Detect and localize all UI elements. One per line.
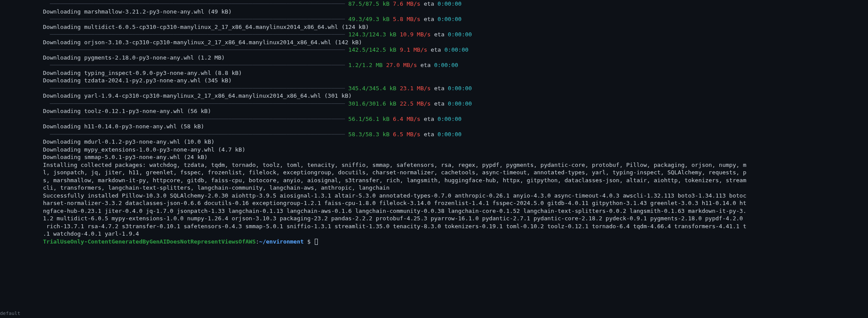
download-line: Downloading toolz-0.12.1-py3-none-any.wh… xyxy=(43,107,868,115)
download-line: Downloading multidict-6.0.5-cp310-cp310-… xyxy=(43,23,868,31)
eta-value: 0:00:00 xyxy=(448,100,472,107)
eta-label: eta xyxy=(420,131,438,138)
download-line: Downloading yarl-1.9.4-cp310-cp310-manyl… xyxy=(43,92,868,100)
shell-prompt[interactable]: TrialUseOnly-ContentGeneratedByGenAIDoes… xyxy=(43,238,868,246)
eta-label: eta xyxy=(427,46,445,53)
footer-label: default xyxy=(0,310,20,318)
eta-value: 0:00:00 xyxy=(438,16,462,22)
eta-label: eta xyxy=(430,85,448,92)
progress-speed: 9.1 MB/s xyxy=(400,46,427,53)
progress-size: 301.6/301.6 kB xyxy=(349,100,397,107)
eta-value: 0:00:00 xyxy=(448,85,472,92)
progress-bar: ────────────────────────────────────────… xyxy=(43,31,868,39)
cursor xyxy=(315,239,318,245)
eta-value: 0:00:00 xyxy=(445,46,469,53)
progress-size: 142.5/142.5 kB xyxy=(349,46,397,53)
success-line: ngface-hub-0.23.1 jiter-0.4.0 jq-1.7.0 j… xyxy=(43,207,868,215)
progress-speed: 27.0 MB/s xyxy=(386,62,417,68)
eta-value: 0:00:00 xyxy=(448,31,472,38)
progress-speed: 5.8 MB/s xyxy=(393,16,420,22)
eta-value: 0:00:00 xyxy=(438,131,462,138)
download-line: Downloading marshmallow-3.21.2-py3-none-… xyxy=(43,8,868,16)
progress-speed: 22.5 MB/s xyxy=(400,100,430,107)
progress-speed: 6.4 MB/s xyxy=(393,116,420,122)
eta-label: eta xyxy=(430,100,448,107)
eta-label: eta xyxy=(420,16,438,22)
progress-bar: ────────────────────────────────────────… xyxy=(43,100,868,108)
installing-line: cli, transformers, langchain-text-splitt… xyxy=(43,184,868,192)
success-line: rich-13.7.1 rsa-4.7.2 s3transfer-0.10.1 … xyxy=(43,223,868,230)
success-line: 1.2 multidict-6.0.5 mypy-extensions-1.0.… xyxy=(43,215,868,223)
download-line: Downloading mdurl-0.1.2-py3-none-any.whl… xyxy=(43,138,868,146)
prompt-host: TrialUseOnly-ContentGeneratedByGenAIDoes… xyxy=(43,238,256,245)
progress-bar: ────────────────────────────────────────… xyxy=(43,61,868,69)
success-line: .1 watchdog-4.0.1 yarl-1.9.4 xyxy=(43,230,868,238)
success-line: Successfully installed Pillow-10.3.0 SQL… xyxy=(43,192,868,200)
terminal-output[interactable]: ────────────────────────────────────────… xyxy=(0,0,868,245)
progress-size: 87.5/87.5 kB xyxy=(349,0,390,7)
eta-label: eta xyxy=(417,62,434,68)
progress-bar: ────────────────────────────────────────… xyxy=(43,46,868,54)
progress-bar: ────────────────────────────────────────… xyxy=(43,115,868,123)
eta-value: 0:00:00 xyxy=(438,0,462,7)
download-line: Downloading pygments-2.18.0-py3-none-any… xyxy=(43,54,868,62)
progress-bar: ────────────────────────────────────────… xyxy=(43,15,868,23)
progress-size: 124.3/124.3 kB xyxy=(349,31,397,38)
prompt-path: ~/environment xyxy=(259,238,304,245)
progress-size: 56.1/56.1 kB xyxy=(349,116,390,122)
progress-bar: ────────────────────────────────────────… xyxy=(43,85,868,92)
progress-speed: 10.9 MB/s xyxy=(400,31,430,38)
progress-speed: 6.5 MB/s xyxy=(393,131,420,138)
success-line: harset-normalizer-3.3.2 dataclasses-json… xyxy=(43,199,868,207)
eta-value: 0:00:00 xyxy=(438,116,462,122)
progress-size: 345.4/345.4 kB xyxy=(349,85,397,92)
installing-line: Installing collected packages: watchdog,… xyxy=(43,161,868,169)
progress-size: 58.3/58.3 kB xyxy=(349,131,390,138)
eta-label: eta xyxy=(420,116,438,122)
eta-label: eta xyxy=(430,31,448,38)
download-line: Downloading orjson-3.10.3-cp310-cp310-ma… xyxy=(43,39,868,46)
download-line: Downloading mypy_extensions-1.0.0-py3-no… xyxy=(43,146,868,154)
eta-label: eta xyxy=(420,0,438,7)
progress-bar: ────────────────────────────────────────… xyxy=(43,0,868,8)
installing-line: s, marshmallow, markdown-it-py, httpcore… xyxy=(43,177,868,184)
eta-value: 0:00:00 xyxy=(434,62,458,68)
download-line: Downloading typing_inspect-0.9.0-py3-non… xyxy=(43,69,868,77)
progress-size: 1.2/1.2 MB xyxy=(349,62,383,68)
download-line: Downloading smmap-5.0.1-py3-none-any.whl… xyxy=(43,153,868,161)
progress-bar: ────────────────────────────────────────… xyxy=(43,131,868,138)
download-line: Downloading tzdata-2024.1-py2.py3-none-a… xyxy=(43,77,868,85)
download-line: Downloading h11-0.14.0-py3-none-any.whl … xyxy=(43,123,868,131)
installing-line: l, jsonpatch, jq, jiter, h11, greenlet, … xyxy=(43,169,868,177)
progress-size: 49.3/49.3 kB xyxy=(349,16,390,22)
progress-speed: 7.6 MB/s xyxy=(393,0,420,7)
progress-speed: 23.1 MB/s xyxy=(400,85,430,92)
